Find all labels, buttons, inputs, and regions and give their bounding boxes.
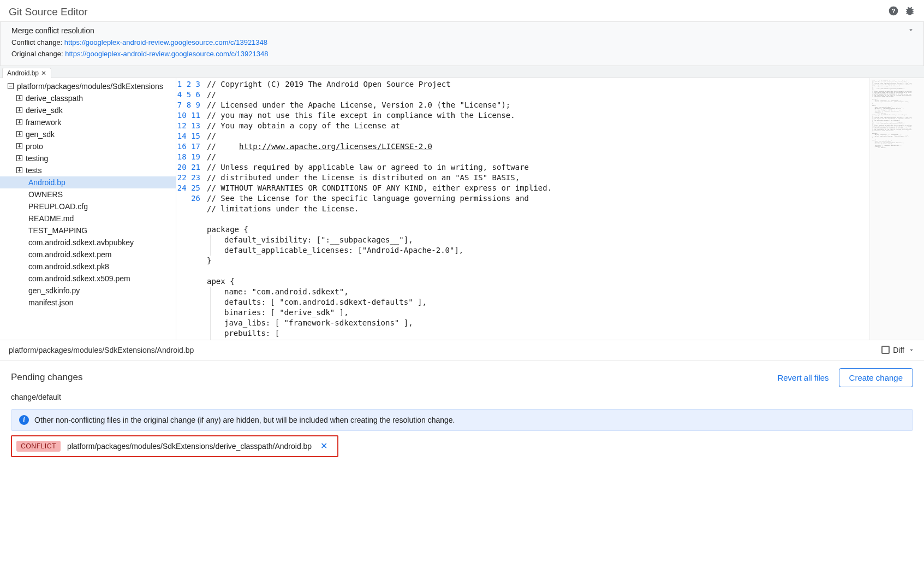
tree-file[interactable]: com.android.sdkext.pk8 (0, 261, 176, 273)
change-name: change/default (11, 393, 913, 401)
help-icon[interactable]: ? (888, 5, 899, 18)
tree-file[interactable]: com.android.sdkext.x509.pem (0, 273, 176, 285)
tree-file[interactable]: README.md (0, 212, 176, 224)
info-icon: i (19, 415, 29, 425)
line-gutter: 1 2 3 4 5 6 7 8 9 10 11 12 13 14 15 16 1… (176, 78, 207, 340)
merge-title: Merge conflict resolution (11, 26, 913, 35)
file-tree[interactable]: −platform/packages/modules/SdkExtensions… (0, 78, 176, 340)
tree-folder[interactable]: +framework (0, 116, 176, 128)
tree-file[interactable]: gen_sdkinfo.py (0, 285, 176, 297)
tree-folder[interactable]: +testing (0, 152, 176, 164)
chevron-down-icon[interactable] (908, 346, 915, 354)
info-text: Other non-conflicting files in the origi… (34, 416, 455, 424)
tree-folder[interactable]: +gen_sdk (0, 128, 176, 140)
tree-folder[interactable]: +derive_sdk (0, 104, 176, 116)
discard-icon[interactable]: ✕ (318, 441, 330, 451)
conflict-item[interactable]: CONFLICT platform/packages/modules/SdkEx… (11, 435, 338, 457)
close-icon[interactable]: ✕ (41, 69, 46, 77)
minimap[interactable]: // Copyright (C) 2019 The Android Open S… (869, 78, 924, 340)
tree-file[interactable]: manifest.json (0, 297, 176, 309)
tree-file[interactable]: PREUPLOAD.cfg (0, 200, 176, 212)
conflict-badge: CONFLICT (16, 441, 61, 452)
original-change-link[interactable]: https://googleplex-android-review.google… (65, 50, 268, 58)
tree-file[interactable]: Android.bp (0, 176, 176, 188)
conflict-change-link[interactable]: https://googleplex-android-review.google… (64, 38, 267, 46)
tree-folder[interactable]: +derive_classpath (0, 92, 176, 104)
diff-toggle[interactable]: Diff (881, 346, 915, 354)
info-banner: i Other non-conflicting files in the ori… (11, 409, 913, 431)
tab-label: Android.bp (7, 69, 39, 77)
pending-changes-title: Pending changes (11, 372, 82, 383)
code-content[interactable]: // Copyright (C) 2019 The Android Open S… (207, 78, 869, 340)
create-change-button[interactable]: Create change (839, 368, 913, 387)
tree-file[interactable]: com.android.sdkext.pem (0, 248, 176, 261)
original-change-label: Original change: (11, 50, 65, 58)
tab-android-bp[interactable]: Android.bp ✕ (2, 68, 51, 78)
tree-file[interactable]: com.android.sdkext.avbpubkey (0, 236, 176, 248)
diff-checkbox[interactable] (881, 346, 890, 354)
page-title: Git Source Editor (9, 6, 88, 18)
tree-file[interactable]: OWNERS (0, 188, 176, 200)
tree-root[interactable]: −platform/packages/modules/SdkExtensions (0, 80, 176, 92)
bug-icon[interactable] (904, 5, 915, 18)
conflict-file-path: platform/packages/modules/SdkExtensions/… (67, 442, 312, 451)
tree-folder[interactable]: +tests (0, 164, 176, 176)
tab-bar: Android.bp ✕ (0, 66, 924, 78)
conflict-change-label: Conflict change: (11, 38, 64, 46)
revert-all-button[interactable]: Revert all files (777, 373, 828, 382)
file-path: platform/packages/modules/SdkExtensions/… (9, 346, 194, 354)
merge-panel: Merge conflict resolution Conflict chang… (0, 21, 924, 66)
tree-file[interactable]: TEST_MAPPING (0, 224, 176, 236)
svg-text:?: ? (891, 7, 895, 14)
code-editor[interactable]: 1 2 3 4 5 6 7 8 9 10 11 12 13 14 15 16 1… (176, 78, 924, 340)
collapse-icon[interactable] (907, 26, 915, 36)
tree-folder[interactable]: +proto (0, 140, 176, 152)
diff-label: Diff (893, 346, 904, 354)
